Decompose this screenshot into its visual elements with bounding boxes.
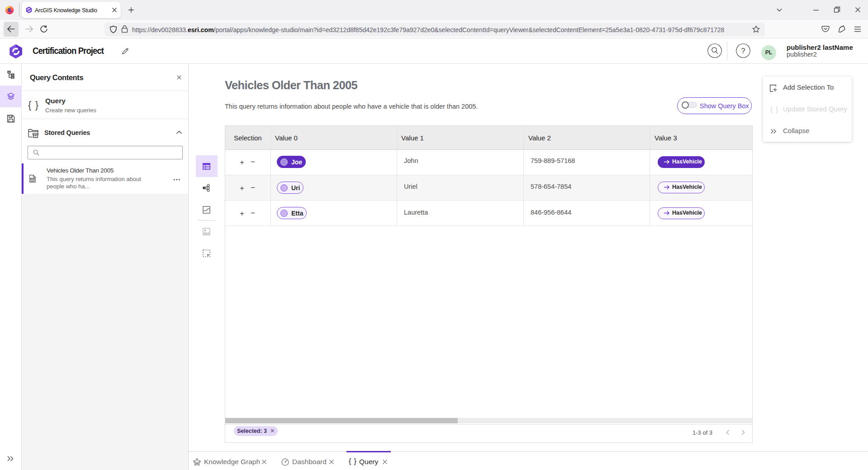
svg-text:?: ? [741,47,745,55]
